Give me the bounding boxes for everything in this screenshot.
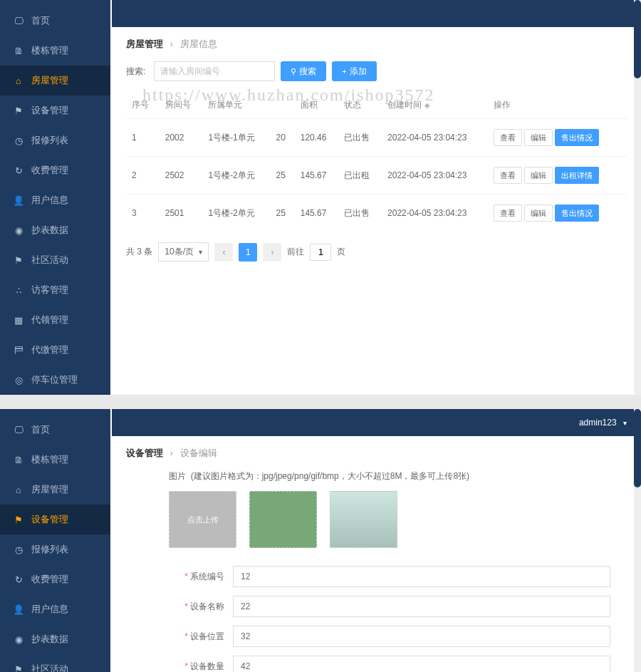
form-label: *设备数量 (169, 661, 233, 673)
sidebar-item-4[interactable]: ◷报修列表 (0, 125, 110, 155)
sidebar: 🖵首页🗎楼栋管理⌂房屋管理⚑设备管理◷报修列表↻收费管理👤用户信息◉抄表数据⚑社… (0, 0, 110, 395)
form-input-0[interactable] (233, 566, 610, 587)
sidebar-item-1[interactable]: 🗎楼栋管理 (0, 445, 110, 475)
action-button-2[interactable]: 售出情况 (555, 129, 599, 146)
scrollbar[interactable] (634, 0, 641, 395)
sidebar-item-11[interactable]: ⛿代缴管理 (0, 335, 110, 365)
sidebar-item-label: 设备管理 (31, 104, 68, 117)
col-header-5: 状态 (338, 92, 382, 119)
cell-room: 2502 (160, 157, 203, 195)
sidebar-item-5[interactable]: ↻收费管理 (0, 564, 110, 594)
sidebar-item-label: 收费管理 (31, 164, 68, 177)
breadcrumb-main: 房屋管理 (126, 38, 163, 49)
cell-time: 2022-04-05 23:04:23 (382, 157, 488, 195)
form-row-2: *设备位置 (169, 626, 627, 647)
form-input-3[interactable] (233, 656, 610, 672)
sidebar-item-3[interactable]: ⚑设备管理 (0, 95, 110, 125)
user-label[interactable]: admin123 (579, 418, 617, 428)
visitor-icon: ⛬ (13, 284, 24, 296)
prev-page-button[interactable]: ‹ (214, 243, 233, 262)
page-1-button[interactable]: 1 (239, 243, 257, 262)
action-button-0[interactable]: 查看 (494, 129, 522, 146)
scrollbar[interactable] (634, 409, 641, 672)
required-star: * (184, 631, 188, 641)
sidebar-item-0[interactable]: 🖵首页 (0, 415, 110, 445)
cell-room: 2002 (160, 119, 203, 157)
goto-suffix: 页 (337, 246, 345, 258)
sidebar-item-label: 设备管理 (31, 513, 68, 526)
sidebar-item-label: 楼栋管理 (31, 453, 68, 466)
next-page-button[interactable]: › (263, 243, 281, 262)
action-button-0[interactable]: 查看 (494, 167, 522, 184)
total-count: 共 3 条 (126, 246, 152, 258)
sidebar-item-10[interactable]: ▦代领管理 (0, 305, 110, 335)
sidebar-item-12[interactable]: ◎停车位管理 (0, 365, 110, 395)
cell-idx: 3 (126, 195, 160, 232)
form-row-1: *设备名称 (169, 596, 627, 617)
sidebar-item-8[interactable]: ⚑社区活动 (0, 245, 110, 275)
cell-actions: 查看编辑售出情况 (488, 195, 627, 232)
action-button-1[interactable]: 编辑 (524, 205, 553, 222)
search-button[interactable]: ⚲ 搜索 (281, 61, 326, 81)
sidebar-item-label: 社区活动 (31, 254, 68, 267)
cell-num: 25 (270, 157, 294, 195)
sidebar-item-7[interactable]: ◉抄表数据 (0, 624, 110, 654)
cell-status: 已出租 (338, 157, 382, 195)
action-button-0[interactable]: 查看 (494, 205, 522, 222)
sidebar-item-0[interactable]: 🖵首页 (0, 6, 110, 36)
sidebar-item-5[interactable]: ↻收费管理 (0, 155, 110, 185)
sidebar-item-label: 房屋管理 (31, 483, 68, 496)
sidebar-item-label: 停车位管理 (31, 373, 78, 386)
required-star: * (184, 572, 188, 581)
sidebar-item-label: 报修列表 (31, 134, 68, 147)
add-button[interactable]: + 添加 (332, 61, 376, 81)
sidebar-item-6[interactable]: 👤用户信息 (0, 185, 110, 215)
upload-placeholder[interactable]: 点击上传 (169, 491, 236, 548)
chevron-down-icon: ▾ (623, 419, 627, 427)
upload-hint: 图片 (建议图片格式为：jpg/jpeg/png/gif/bmp，大小不超过8M… (169, 470, 627, 482)
sidebar-item-8[interactable]: ⚑社区活动 (0, 654, 110, 672)
sidebar-item-6[interactable]: 👤用户信息 (0, 594, 110, 624)
content: 房屋管理 › 房屋信息 搜索: ⚲ 搜索 + 添加 序号房间号所属单元面积状态创… (112, 27, 641, 395)
table-row: 120021号楼-1单元20120.46已出售2022-04-05 23:04:… (126, 119, 627, 157)
sidebar-item-label: 首页 (31, 14, 50, 27)
form-input-1[interactable] (233, 596, 610, 617)
col-header-7: 操作 (488, 92, 627, 119)
table-header-row: 序号房间号所属单元面积状态创建时间◆操作 (126, 92, 627, 119)
sidebar-item-3[interactable]: ⚑设备管理 (0, 505, 110, 534)
panel-device-edit: 🖵首页🗎楼栋管理⌂房屋管理⚑设备管理◷报修列表↻收费管理👤用户信息◉抄表数据⚑社… (0, 409, 641, 672)
sidebar-item-7[interactable]: ◉抄表数据 (0, 215, 110, 245)
action-button-1[interactable]: 编辑 (524, 129, 553, 146)
sidebar-item-label: 代领管理 (31, 314, 68, 326)
action-button-2[interactable]: 出租详情 (555, 167, 599, 184)
cell-actions: 查看编辑出租详情 (488, 157, 627, 195)
action-button-1[interactable]: 编辑 (524, 167, 553, 184)
sidebar-item-2[interactable]: ⌂房屋管理 (0, 475, 110, 505)
cell-room: 2501 (160, 195, 203, 232)
sidebar-item-1[interactable]: 🗎楼栋管理 (0, 36, 110, 66)
sidebar-item-4[interactable]: ◷报修列表 (0, 534, 110, 564)
form-input-2[interactable] (233, 626, 610, 647)
cell-unit: 1号楼-1单元 (202, 119, 270, 157)
sidebar-item-label: 用户信息 (31, 603, 68, 616)
search-input[interactable] (154, 61, 275, 81)
sidebar-item-label: 首页 (31, 423, 50, 436)
sidebar-item-label: 代缴管理 (31, 343, 68, 356)
cell-status: 已出售 (338, 119, 382, 157)
sidebar-item-2[interactable]: ⌂房屋管理 (0, 66, 110, 95)
cell-area: 145.67 (295, 195, 339, 232)
cell-idx: 1 (126, 119, 160, 157)
search-icon: ⚲ (291, 67, 296, 76)
page-size-select[interactable]: 10条/页 ▾ (158, 242, 209, 262)
goto-input[interactable] (310, 244, 331, 261)
uploaded-image-2[interactable] (330, 491, 397, 548)
sidebar-item-9[interactable]: ⛬访客管理 (0, 275, 110, 305)
breadcrumb: 房屋管理 › 房屋信息 (126, 38, 627, 51)
sort-icon[interactable]: ◆ (424, 101, 430, 109)
form: 图片 (建议图片格式为：jpg/jpeg/png/gif/bmp，大小不超过8M… (126, 470, 627, 672)
uploaded-image-1[interactable] (249, 491, 317, 548)
cell-area: 145.67 (295, 157, 339, 195)
monitor-icon: 🖵 (13, 424, 24, 435)
chevron-down-icon: ▾ (199, 248, 202, 256)
action-button-2[interactable]: 售出情况 (555, 205, 599, 222)
